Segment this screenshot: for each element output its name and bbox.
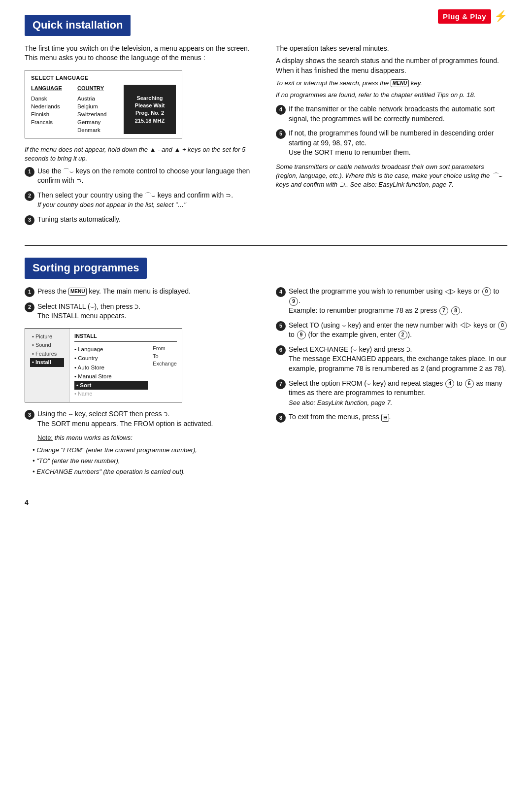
- key-2: 2: [399, 331, 407, 339]
- confirm-key: ⊃: [76, 176, 82, 185]
- lang-item-francais: Francais: [31, 118, 77, 126]
- confirm-s2: ⊃: [134, 302, 138, 310]
- quick-install-right: The operation takes several minutes. A d…: [276, 44, 507, 230]
- quick-install-intro: The first time you switch on the televis…: [25, 44, 256, 63]
- sorting-left: 1 Press the MENU key. The main menu is d…: [25, 287, 256, 478]
- down-key-3: ⌣: [68, 410, 73, 418]
- quick-install-content: The first time you switch on the televis…: [25, 44, 507, 230]
- sort-step-7: 7 Select the option FROM (⌣ key) and rep…: [276, 379, 507, 408]
- sort-step-5: 5 Select TO (using ⌣ key) and enter the …: [276, 321, 507, 340]
- step-3: 3 Tuning starts automatically.: [25, 215, 256, 225]
- sort-step-num-5: 5: [276, 321, 286, 331]
- status-prog-no: Prog. No. 2: [127, 109, 173, 117]
- key-0: 0: [482, 287, 491, 296]
- sort-step-2: 2 Select INSTALL (⌣), then press ⊃. The …: [25, 302, 256, 321]
- lang-item-dansk: Dansk: [31, 95, 77, 102]
- sort-step-7-italic: See also: EasyLink function, page 7.: [289, 399, 392, 406]
- sort-step-3-content: Using the ⌣ key, select SORT then press …: [37, 409, 256, 429]
- step-num-5: 5: [276, 129, 286, 139]
- step-num-4: 4: [276, 105, 286, 115]
- note-label: Note:: [37, 434, 53, 441]
- step-5a: If not, the programmes found will be num…: [289, 129, 494, 147]
- lang-col-header: Language: [31, 85, 77, 92]
- bullet-1: • Change "FROM" (enter the current progr…: [33, 446, 256, 455]
- note-para: Note: this menu works as follows:: [37, 433, 256, 442]
- arrows-key: ⌒⌣: [63, 167, 74, 176]
- step-4: 4 If the transmitter or the cable networ…: [276, 104, 507, 124]
- bullet-2: • "TO" (enter the new number),: [33, 457, 256, 466]
- step-2-content: Then select your country using the ⌒⌣ ke…: [37, 191, 256, 210]
- sort-step-3: 3 Using the ⌣ key, select SORT then pres…: [25, 409, 256, 429]
- right-italic1: To exit or interrupt the search, press t…: [276, 79, 507, 88]
- country-switzerland: Switzerland: [77, 110, 124, 118]
- sort-step-6: 6 Select EXCHANGE (⌣ key) and press ⊃. T…: [276, 345, 507, 374]
- sidebar-sound: • Sound: [30, 341, 64, 349]
- down-key: ⌣: [90, 302, 95, 310]
- menu-sort-active: • Sort: [74, 381, 148, 390]
- section-divider: [25, 245, 507, 246]
- sort-step-num-6: 6: [276, 345, 286, 355]
- confirm-key-2: ⊃: [226, 191, 231, 200]
- sort-step-1: 1 Press the MENU key. The main menu is d…: [25, 287, 256, 297]
- down-key-5: ⌣: [342, 321, 346, 329]
- key-7: 7: [439, 306, 448, 315]
- sort-step-num-1: 1: [25, 287, 34, 297]
- plug-icon: ⚡: [494, 9, 507, 24]
- right-italic3: Some transmitters or cable networks broa…: [276, 163, 507, 190]
- bullet-3: • EXCHANGE numbers" (the operation is ca…: [33, 467, 256, 476]
- step-4-content: If the transmitter or the cable network …: [289, 104, 507, 124]
- install-sidebar: • Picture • Sound • Features • Install: [25, 329, 69, 402]
- arrows-ref: ⌒⌣: [492, 172, 502, 179]
- install-title: Install: [74, 332, 177, 342]
- sort-step-5-content: Select TO (using ⌣ key) and enter the ne…: [289, 321, 507, 340]
- sidebar-features: • Features: [30, 350, 64, 358]
- menu-manualstore: • Manual Store: [74, 372, 148, 381]
- install-menu-rows: • Language • Country • Auto Store • Manu…: [74, 345, 177, 398]
- step-2-note: If your country does not appear in the l…: [37, 201, 186, 208]
- step-1-content: Use the ⌒⌣ keys on the remote control to…: [37, 166, 256, 186]
- step-num-3: 3: [25, 215, 34, 225]
- quick-install-left: The first time you switch on the televis…: [25, 44, 256, 230]
- menu-key: MENU: [68, 288, 87, 296]
- country-austria: Austria: [77, 95, 124, 102]
- sort-step-7-content: Select the option FROM (⌣ key) and repea…: [289, 379, 507, 408]
- sort-step-4-content: Select the programme you wish to renumbe…: [289, 287, 507, 316]
- status-please-wait: Please Wait: [127, 102, 173, 109]
- status-searching: Searching: [127, 95, 173, 102]
- right-para1: The operation takes several minutes.: [276, 44, 507, 54]
- ref-6: 6: [465, 379, 474, 388]
- step-num-2: 2: [25, 191, 34, 201]
- key-8: 8: [451, 306, 460, 315]
- menu-autostore: • Auto Store: [74, 363, 148, 372]
- sorting-right: 4 Select the programme you wish to renum…: [276, 287, 507, 478]
- right-italic2: If no programmes are found, refer to the…: [276, 91, 507, 100]
- lang-item-nederlands: Nederlands: [31, 102, 77, 110]
- down-key-6: ⌣: [353, 345, 357, 353]
- sorting-section: Sorting programmes 1 Press the MENU key.…: [25, 258, 507, 478]
- menu-key-ref: MENU: [391, 79, 409, 87]
- language-select-box: Select Language Language Dansk Nederland…: [25, 70, 182, 138]
- step-5b: Use the SORT menu to renumber them.: [289, 148, 411, 156]
- country-germany: Germany: [77, 118, 124, 126]
- install-menu-box: • Picture • Sound • Features • Install I…: [25, 328, 182, 402]
- lang-col-language: Language Dansk Nederlands Finnish Franca…: [31, 85, 77, 134]
- sort-step-8: 8 To exit from the menus, press ⊟.: [276, 412, 507, 423]
- confirm-ref: ⊃: [339, 181, 345, 188]
- arrows-key-2: ⌒⌣: [145, 191, 156, 200]
- confirm-s3: ⊃: [164, 410, 167, 418]
- label-to: To: [153, 353, 177, 360]
- page-number: 4: [25, 498, 507, 508]
- sort-step-2-content: Select INSTALL (⌣), then press ⊃. The IN…: [37, 302, 256, 321]
- sort-step-num-8: 8: [276, 413, 286, 423]
- hold-note: If the menu does not appear, hold down t…: [25, 145, 256, 163]
- sorting-title: Sorting programmes: [25, 258, 147, 279]
- quick-install-section: Quick installation The first time you sw…: [25, 15, 507, 230]
- step-1: 1 Use the ⌒⌣ keys on the remote control …: [25, 166, 256, 186]
- sort-step-num-3: 3: [25, 410, 34, 420]
- menu-country: • Country: [74, 354, 148, 363]
- install-labels: From To Exchange: [153, 345, 177, 398]
- install-menu-items: • Language • Country • Auto Store • Manu…: [74, 345, 148, 398]
- sort-step-num-2: 2: [25, 302, 34, 312]
- sort-step-8-content: To exit from the menus, press ⊟.: [289, 412, 507, 422]
- key-9: 9: [289, 297, 298, 306]
